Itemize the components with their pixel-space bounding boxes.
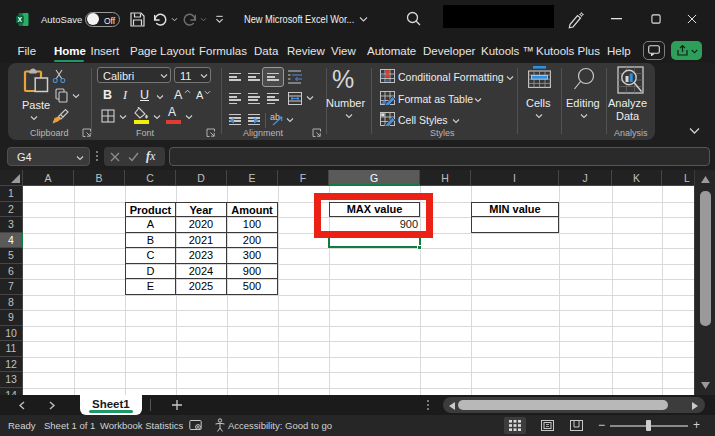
- svg-text:X: X: [18, 16, 23, 23]
